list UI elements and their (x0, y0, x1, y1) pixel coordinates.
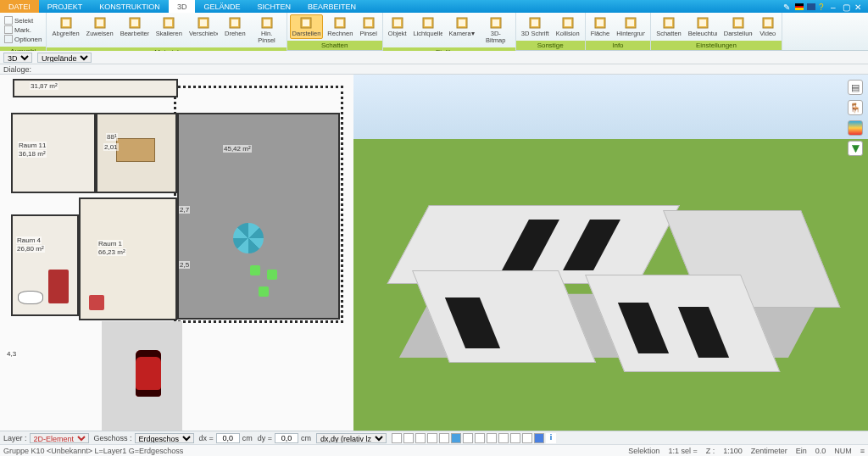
ribbon-label: Pinsel (359, 31, 376, 37)
svg-rect-39 (699, 19, 706, 26)
gradient-icon[interactable] (848, 120, 863, 136)
ribbon-btn-drehen[interactable]: Drehen (222, 14, 248, 39)
maximize-icon[interactable]: ▢ (843, 3, 851, 11)
ribbon-icon (362, 16, 376, 30)
statusbar: Gruppe K10 <Unbekannt> L=Layer1 G=Erdges… (0, 444, 868, 456)
tab-projekt[interactable]: PROJEKT (39, 0, 92, 13)
svg-rect-15 (303, 19, 309, 26)
tool-icon[interactable] (415, 433, 426, 443)
ribbon-btn-lichtquelle-[interactable]: Lichtquelle▾ (411, 14, 445, 39)
ribbon-label: Hintergrund (616, 31, 645, 37)
dialogs-bar: Dialoge: (0, 64, 868, 75)
flag-en-icon[interactable] (807, 3, 815, 10)
layer-select[interactable]: 2D-Element (30, 433, 89, 443)
plan-view[interactable]: 45,42 m² 31,87 m² Raum 11 36,18 m² 88¹ 2… (0, 75, 353, 431)
layers-icon[interactable]: ▤ (848, 80, 863, 95)
ribbon-btn-hintergrund[interactable]: Hintergrund (614, 14, 648, 39)
surface-select[interactable]: Urgelände (37, 53, 92, 63)
garden-chair (250, 265, 260, 275)
ribbon-label: Darstellung (724, 31, 753, 37)
view-tools: ▤ 🪑 ⯆ (848, 80, 863, 156)
tool-icon[interactable] (463, 433, 473, 443)
ribbon-btn-fl-che[interactable]: Fläche (588, 14, 613, 39)
svg-rect-43 (765, 19, 771, 26)
room-4-area: 26,80 m² (16, 245, 45, 253)
ribbon-btn-3d-schrift[interactable]: 3D Schrift (519, 14, 552, 39)
view-mode-select[interactable]: 3D (3, 53, 32, 63)
dialogs-label: Dialoge: (3, 65, 31, 74)
ribbon-btn-beleuchtung[interactable]: Beleuchtung (686, 14, 720, 39)
area-top: 31,87 m² (30, 82, 58, 90)
pencil-icon[interactable]: ✎ (783, 3, 792, 11)
workspace: 45,42 m² 31,87 m² Raum 11 36,18 m² 88¹ 2… (0, 75, 868, 431)
svg-rect-19 (365, 19, 372, 26)
dim-27: 2,7 (179, 206, 190, 214)
tab-gelaende[interactable]: GELÄNDE (195, 0, 248, 13)
mini-icon (4, 25, 13, 34)
furniture-icon[interactable]: 🪑 (848, 100, 863, 115)
dy-input[interactable] (275, 433, 298, 443)
sky (353, 75, 868, 139)
ribbon-btn-zuweisen[interactable]: Zuweisen (84, 14, 116, 39)
ribbon-btn-kamera-[interactable]: Kamera▾ (447, 14, 477, 39)
tool-icon[interactable] (510, 433, 520, 443)
ribbon-btn-kollision[interactable]: Kollision (554, 14, 582, 39)
ribbon-btn-skalieren[interactable]: Skalieren (153, 14, 185, 39)
help-icon[interactable]: ? (819, 3, 827, 11)
ribbon-btn-hin-pinsel[interactable]: Hin. Pinsel (250, 14, 284, 46)
tool-icon[interactable] (498, 433, 509, 443)
svg-rect-31 (565, 19, 571, 26)
ribbon-icon (197, 16, 210, 30)
floor-select[interactable]: Erdgeschos (135, 433, 194, 443)
svg-rect-33 (597, 19, 604, 26)
tree-icon[interactable]: ⯆ (848, 141, 863, 156)
ribbon-group-sonstige: 3D SchriftKollisionSonstige (516, 13, 586, 50)
ribbon-label: Verschieben (189, 31, 218, 37)
ribbon-mini-optionen[interactable]: Optionen (4, 35, 42, 43)
tool-icon[interactable] (522, 433, 532, 443)
ribbon-mini-mark.[interactable]: Mark. (4, 25, 42, 34)
ribbon-group-label: Info (586, 41, 651, 50)
ribbon-btn-abgreifen[interactable]: Abgreifen (49, 14, 81, 39)
tab-sichten[interactable]: SICHTEN (248, 0, 299, 13)
ribbon-btn-objekt[interactable]: Objekt (386, 14, 409, 39)
ribbon-btn-darstellen[interactable]: Darstellen (290, 14, 324, 39)
ribbon: SelektMark.OptionenAuswahlAbgreifenZuwei… (0, 13, 868, 51)
tool-icon[interactable] (403, 433, 414, 443)
terrace-area: 45,42 m² (223, 145, 252, 153)
svg-rect-35 (627, 19, 634, 26)
ribbon-btn-pinsel[interactable]: Pinsel (357, 14, 379, 39)
tool-icon[interactable] (392, 433, 402, 443)
minimize-icon[interactable]: – (831, 3, 839, 11)
svg-rect-23 (425, 19, 431, 26)
dx-input[interactable] (216, 433, 240, 443)
dim-43: 4,3 (6, 350, 17, 358)
ribbon-btn-schatten[interactable]: Schatten (654, 14, 684, 39)
svg-rect-11 (231, 19, 238, 26)
tab-3d[interactable]: 3D (169, 0, 196, 13)
tab-bearbeiten[interactable]: BEARBEITEN (299, 0, 364, 13)
info-icon[interactable]: i (546, 433, 556, 443)
tool-icon[interactable] (487, 433, 497, 443)
flag-de-icon[interactable] (795, 3, 804, 10)
tool-icon[interactable] (475, 433, 485, 443)
ribbon-btn-bearbeiten[interactable]: Bearbeiten (118, 14, 152, 39)
ribbon-btn-3d-bitmap[interactable]: 3D-Bitmap (479, 14, 513, 46)
ribbon-btn-rechnen[interactable]: Rechnen (325, 14, 355, 39)
tool-icon[interactable] (451, 433, 461, 443)
3d-view[interactable]: ▤ 🪑 ⯆ (353, 75, 868, 431)
car-icon (136, 350, 161, 397)
tool-icon[interactable] (534, 433, 544, 443)
tool-icon[interactable] (427, 433, 437, 443)
menu-icon[interactable]: ≡ (860, 447, 865, 455)
tab-konstruktion[interactable]: KONSTRUKTION (91, 0, 169, 13)
ribbon-mini-selekt[interactable]: Selekt (4, 16, 42, 25)
ribbon-btn-video[interactable]: Video (757, 14, 779, 39)
file-tab[interactable]: DATEI (0, 0, 39, 13)
relative-select[interactable]: dx,dy (relativ lz (316, 433, 387, 443)
bottom-toolbar: Layer : 2D-Element Geschoss : Erdgeschos… (0, 431, 868, 444)
ribbon-btn-darstellung[interactable]: Darstellung (721, 14, 755, 39)
ribbon-btn-verschieben[interactable]: Verschieben (186, 14, 220, 39)
close-icon[interactable]: ✕ (854, 3, 863, 11)
tool-icon[interactable] (439, 433, 449, 443)
